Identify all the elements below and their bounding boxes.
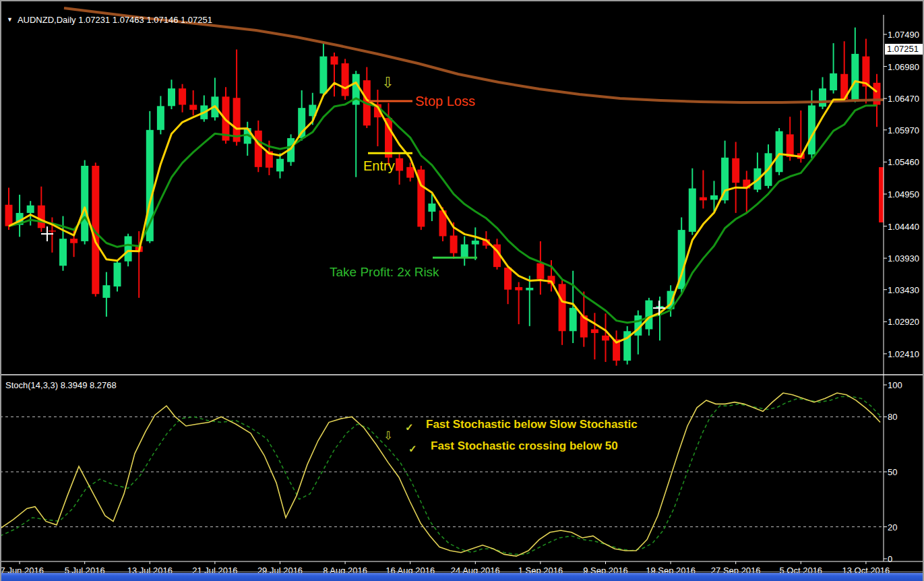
price-tick-label: 1.02920 bbox=[888, 317, 919, 327]
candle-body bbox=[179, 88, 186, 104]
candle-body bbox=[536, 264, 544, 279]
candle-body bbox=[569, 308, 577, 332]
candle-body bbox=[319, 57, 327, 94]
mt4-chart-window: ▼AUDNZD,Daily 1.07231 1.07463 1.07146 1.… bbox=[0, 0, 924, 581]
candle-body bbox=[776, 131, 783, 173]
stoch-condition-2: Fast Stochastic crossing below 50 bbox=[431, 439, 618, 453]
entry-label: Entry bbox=[363, 158, 395, 174]
candle-body bbox=[168, 88, 175, 106]
current-price-badge: 1.07251 bbox=[885, 44, 924, 55]
candle-body bbox=[830, 73, 837, 90]
candle-body bbox=[504, 268, 512, 290]
clipped-edge-candle bbox=[879, 167, 884, 222]
candle-body bbox=[27, 206, 34, 213]
price-tick-label: 1.05460 bbox=[888, 157, 919, 167]
checkmark-icon: ✓ bbox=[405, 421, 414, 433]
candle-body bbox=[851, 54, 859, 102]
candle-body bbox=[38, 206, 45, 228]
down-arrow-icon: ⇩ bbox=[383, 429, 393, 442]
candle-body bbox=[526, 288, 533, 290]
candle-body bbox=[873, 83, 881, 105]
price-tick-label: 1.05970 bbox=[888, 125, 919, 135]
candle-body bbox=[157, 106, 164, 129]
stop-loss-label: Stop Loss bbox=[415, 94, 475, 109]
price-tick-label: 1.06470 bbox=[888, 94, 919, 104]
candle-body bbox=[591, 330, 598, 334]
take-profit-label: Take Profit: 2x Risk bbox=[330, 265, 439, 280]
candle-body bbox=[819, 88, 826, 106]
candle-body bbox=[602, 336, 609, 340]
candle-body bbox=[331, 57, 338, 65]
price-chart-canvas[interactable] bbox=[0, 0, 924, 581]
candle-body bbox=[5, 205, 13, 226]
checkmark-icon: ✓ bbox=[408, 443, 417, 455]
candle-body bbox=[114, 263, 121, 286]
price-tick-label: 1.04440 bbox=[888, 221, 919, 231]
window-border-top bbox=[0, 0, 924, 1]
candle-body bbox=[276, 159, 284, 172]
candle-body bbox=[700, 197, 707, 201]
candle-body bbox=[689, 189, 696, 232]
taskbar[interactable] bbox=[0, 573, 924, 581]
candle-body bbox=[450, 236, 458, 253]
price-tick-label: 1.07490 bbox=[888, 30, 919, 40]
candle-body bbox=[710, 195, 718, 200]
candle-body bbox=[125, 236, 132, 261]
stoch-indicator-label: Stoch(14,3,3) 8.3949 8.2768 bbox=[5, 380, 117, 390]
chevron-down-icon[interactable]: ▼ bbox=[7, 16, 13, 23]
candle-body bbox=[189, 104, 197, 109]
price-tick-label: 1.02410 bbox=[888, 348, 919, 359]
price-tick-label: 1.03930 bbox=[888, 253, 919, 264]
stoch-tick-label: 50 bbox=[888, 467, 897, 477]
window-border-bottom bbox=[0, 572, 924, 572]
stoch-tick-label: 0 bbox=[888, 554, 892, 564]
symbol-ohlc-label: AUDNZD,Daily 1.07231 1.07463 1.07146 1.0… bbox=[18, 15, 212, 25]
candle-body bbox=[255, 131, 262, 167]
candle-body bbox=[645, 301, 652, 330]
price-tick-label: 1.04950 bbox=[888, 189, 919, 199]
candle-body bbox=[732, 158, 739, 183]
candle-body bbox=[428, 204, 435, 212]
candle-body bbox=[70, 239, 78, 243]
candle-body bbox=[81, 166, 88, 241]
price-tick-label: 1.03430 bbox=[888, 284, 919, 295]
candle-body bbox=[396, 158, 403, 171]
candle-body bbox=[515, 287, 522, 290]
candle-body bbox=[102, 285, 110, 298]
candle-body bbox=[559, 284, 566, 331]
candle-body bbox=[472, 241, 479, 245]
chart-title: ▼AUDNZD,Daily 1.07231 1.07463 1.07146 1.… bbox=[7, 15, 212, 25]
stoch-condition-1: Fast Stochastic below Slow Stochastic bbox=[426, 418, 638, 431]
candle-body bbox=[59, 239, 67, 266]
stoch-tick-label: 20 bbox=[888, 522, 897, 532]
down-arrow-icon: ⇩ bbox=[381, 74, 394, 91]
candle-body bbox=[49, 231, 56, 232]
candle-body bbox=[406, 167, 414, 178]
stoch-tick-label: 100 bbox=[888, 380, 902, 390]
candle-body bbox=[342, 63, 349, 96]
candle-body bbox=[461, 245, 468, 257]
price-tick-label: 1.06980 bbox=[888, 61, 919, 71]
window-border-left bbox=[0, 0, 1, 581]
candle-body bbox=[787, 134, 794, 157]
stoch-tick-label: 80 bbox=[888, 412, 897, 422]
